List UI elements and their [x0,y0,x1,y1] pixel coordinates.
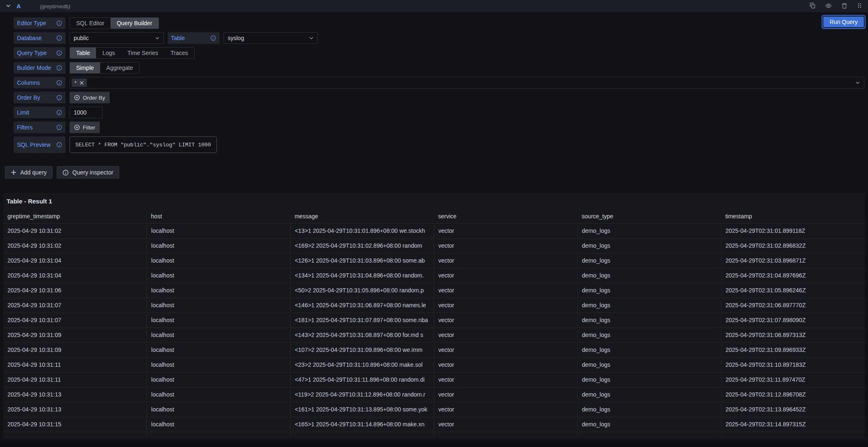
builder-mode-option-simple[interactable]: Simple [70,62,100,73]
table-cell: 2025-04-29 10:31:07 [3,313,147,327]
table-cell: 2025-04-29 10:31:04 [3,253,147,268]
database-label-text: Database [17,35,42,41]
column-header-message[interactable]: message [291,209,434,223]
table-cell: demo_logs [577,417,721,432]
table-cell: 2025-04-29 10:31:07 [3,298,147,313]
table-row [3,432,865,438]
limit-label-text: Limit [17,109,29,116]
table-row: 2025-04-29 10:31:06localhost<50>2 2025-0… [3,283,865,298]
table-cell: vector [434,327,577,342]
collapse-query-button[interactable] [6,3,11,10]
editor-type-option-query-builder[interactable]: Query Builder [111,18,159,29]
info-icon[interactable] [56,65,62,71]
table-select[interactable]: syslog [224,32,318,44]
limit-row: Limit [14,107,864,118]
query-type-row: Query Type Table Logs Time Series Traces [14,47,864,59]
builder-mode-label: Builder Mode [14,62,65,74]
limit-input[interactable] [70,107,103,118]
drag-query-handle[interactable] [857,2,862,10]
info-icon[interactable] [210,35,216,41]
table-cell: <165>1 2025-04-29T10:31:14.896+08:00 mak… [291,417,434,432]
table-cell: 2025-04-29T02:31:07.898090Z [721,313,865,327]
sql-preview-control: SELECT * FROM "public"."syslog" LIMIT 10… [70,136,217,153]
plus-circle-icon [74,124,80,130]
editor-type-option-sql-editor[interactable]: SQL Editor [70,18,111,29]
table-cell [3,432,147,438]
info-icon[interactable] [56,95,62,100]
add-filter-button[interactable]: Filter [70,122,100,133]
table-cell: 2025-04-29 10:31:11 [3,372,147,387]
table-cell: localhost [147,238,291,253]
info-icon[interactable] [56,124,62,130]
columns-multiselect[interactable]: * [70,77,864,88]
table-label: Table [168,32,219,44]
builder-mode-toggle: Simple Aggregate [70,62,139,74]
query-type-option-traces[interactable]: Traces [164,48,194,58]
info-icon[interactable] [56,35,62,41]
builder-mode-option-aggregate[interactable]: Aggregate [100,62,139,73]
table-cell: demo_logs [577,223,721,238]
duplicate-query-button[interactable] [809,2,816,10]
table-cell: <119>2 2025-04-29T10:31:12.896+08:00 ran… [291,387,434,402]
table-row: 2025-04-29 10:31:04localhost<126>1 2025-… [3,253,865,268]
query-type-option-time-series[interactable]: Time Series [121,48,164,58]
table-row: 2025-04-29 10:31:11localhost<23>2 2025-0… [3,357,865,372]
database-control: public Table syslog [70,32,318,44]
query-row-actions [809,2,862,10]
table-cell: demo_logs [577,402,721,417]
table-cell: <146>1 2025-04-29T10:31:06.897+08:00 nam… [291,298,434,313]
table-cell: demo_logs [577,298,721,313]
info-icon[interactable] [56,80,62,86]
limit-control [70,107,103,118]
close-icon[interactable] [79,81,84,85]
table-cell: localhost [147,253,291,268]
table-row: 2025-04-29 10:31:02localhost<13>1 2025-0… [3,223,865,238]
query-type-control: Table Logs Time Series Traces [70,47,195,59]
column-header-service[interactable]: service [434,209,577,223]
query-inspector-button[interactable]: Query inspector [57,166,119,179]
table-cell: vector [434,387,577,402]
info-icon[interactable] [56,142,62,148]
order-by-control: Order By [70,92,110,103]
table-cell: vector [434,417,577,432]
column-header-host[interactable]: host [147,209,291,223]
table-cell: localhost [147,313,291,327]
table-cell: demo_logs [577,268,721,283]
table-row: 2025-04-29 10:31:04localhost<134>1 2025-… [3,268,865,283]
result-table: greptime_timestamp host message service … [3,209,865,438]
column-header-source-type[interactable]: source_type [577,209,721,223]
result-table-body: 2025-04-29 10:31:02localhost<13>1 2025-0… [3,223,865,438]
query-type-option-logs[interactable]: Logs [96,48,121,58]
result-table-head: greptime_timestamp host message service … [3,209,865,223]
database-select[interactable]: public [70,32,164,44]
table-cell: vector [434,223,577,238]
table-cell: 2025-04-29 10:31:13 [3,387,147,402]
add-query-button[interactable]: Add query [5,166,53,179]
bottom-strip [0,441,868,447]
sql-preview-row: SQL Preview SELECT * FROM "public"."sysl… [14,136,864,153]
table-label-text: Table [171,35,185,41]
table-cell: <107>2 2025-04-29T10:31:09.896+08:00 we.… [291,342,434,357]
add-query-label: Add query [20,169,47,176]
column-header-greptime-timestamp[interactable]: greptime_timestamp [3,209,147,223]
table-cell: <23>2 2025-04-29T10:31:10.896+08:00 make… [291,357,434,372]
eye-icon [825,2,832,10]
column-header-timestamp[interactable]: timestamp [721,209,865,223]
sql-preview-text: SELECT * FROM "public"."syslog" LIMIT 10… [70,136,217,153]
info-icon[interactable] [56,20,62,26]
table-cell: vector [434,357,577,372]
table-row: 2025-04-29 10:31:11localhost<47>1 2025-0… [3,372,865,387]
chevron-down-icon [309,36,314,41]
hide-query-button[interactable] [825,2,832,10]
query-type-option-table[interactable]: Table [70,48,96,58]
add-order-by-button[interactable]: Order By [70,92,110,103]
table-cell: <47>1 2025-04-29T10:31:11.896+08:00 rand… [291,372,434,387]
table-cell: 2025-04-29 10:31:13 [3,402,147,417]
info-icon[interactable] [56,50,62,56]
delete-query-button[interactable] [841,2,848,10]
table-cell: 2025-04-29T02:31:04.897696Z [721,268,865,283]
table-cell: demo_logs [577,387,721,402]
table-cell: localhost [147,268,291,283]
table-cell: vector [434,238,577,253]
info-icon[interactable] [56,110,62,115]
